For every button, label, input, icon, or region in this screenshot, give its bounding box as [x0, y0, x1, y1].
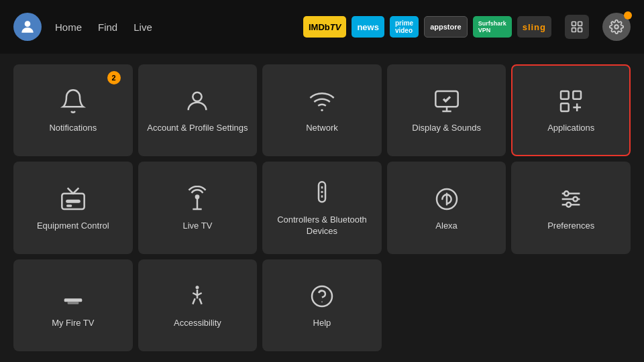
- help-icon: [307, 282, 337, 311]
- live-tv-label: Live TV: [182, 221, 212, 232]
- svg-rect-10: [574, 91, 582, 99]
- svg-rect-3: [572, 28, 576, 32]
- remote-icon: [307, 178, 337, 208]
- top-nav: Home Find Live IMDb TV news primevideo a…: [0, 0, 644, 54]
- appstore-logo[interactable]: appstore: [424, 16, 467, 38]
- grid-item-applications[interactable]: Applications: [511, 64, 631, 156]
- prime-logo[interactable]: primevideo: [390, 16, 419, 38]
- svg-point-36: [321, 301, 323, 302]
- notification-badge: 2: [107, 71, 121, 84]
- svg-point-17: [195, 194, 200, 199]
- svg-rect-9: [561, 91, 569, 99]
- imdb-logo[interactable]: IMDb TV: [303, 16, 346, 38]
- surfshark-logo[interactable]: SurfsharkVPN: [473, 16, 512, 38]
- firetv-icon: [58, 282, 88, 311]
- svg-point-28: [564, 191, 569, 196]
- settings-gear-button[interactable]: [602, 13, 631, 41]
- help-label: Help: [313, 318, 331, 329]
- service-logos: IMDb TV news primevideo appstore Surfsha…: [303, 16, 551, 38]
- settings-grid: 2 Notifications Account & Profile Settin…: [0, 54, 644, 362]
- wifi-icon: [307, 86, 337, 116]
- alexa-label: Alexa: [435, 221, 458, 232]
- antenna-icon: [182, 184, 212, 214]
- svg-point-7: [321, 109, 323, 111]
- avatar[interactable]: [13, 13, 42, 41]
- equipment-control-label: Equipment Control: [37, 221, 109, 232]
- svg-rect-1: [572, 22, 576, 26]
- grid-item-my-fire-tv[interactable]: My Fire TV: [13, 259, 133, 351]
- svg-point-35: [312, 286, 332, 306]
- grid-item-network[interactable]: Network: [262, 64, 382, 156]
- svg-rect-31: [64, 298, 82, 302]
- svg-point-6: [193, 93, 202, 101]
- tv-icon: [58, 184, 88, 214]
- svg-rect-11: [561, 104, 569, 112]
- svg-point-5: [614, 25, 619, 29]
- grid-item-controllers-bluetooth[interactable]: Controllers & Bluetooth Devices: [262, 162, 382, 253]
- grid-item-preferences[interactable]: Preferences: [511, 162, 631, 253]
- display-sounds-label: Display & Sounds: [412, 123, 481, 134]
- monitor-icon: [432, 86, 462, 116]
- grid-item-alexa[interactable]: Alexa: [387, 162, 506, 253]
- nav-links: Home Find Live: [55, 21, 152, 33]
- svg-point-33: [196, 286, 199, 289]
- user-icon: [182, 86, 212, 116]
- svg-rect-2: [578, 22, 582, 26]
- svg-point-22: [321, 191, 323, 193]
- svg-rect-32: [67, 302, 78, 304]
- sliders-icon: [556, 184, 586, 214]
- svg-point-0: [25, 21, 31, 27]
- network-label: Network: [306, 123, 338, 134]
- grid-item-accessibility[interactable]: Accessibility: [138, 259, 258, 351]
- grid-item-live-tv[interactable]: Live TV: [138, 162, 258, 253]
- grid-item-notifications[interactable]: 2 Notifications: [13, 64, 133, 156]
- sling-logo[interactable]: sling: [517, 16, 551, 38]
- nav-live[interactable]: Live: [133, 21, 152, 33]
- bell-icon: [58, 86, 88, 116]
- grid-item-help[interactable]: Help: [262, 259, 382, 351]
- svg-point-29: [574, 196, 578, 201]
- controllers-bluetooth-label: Controllers & Bluetooth Devices: [262, 215, 382, 237]
- my-fire-tv-label: My Fire TV: [52, 318, 94, 329]
- apps-grid-button[interactable]: [565, 15, 589, 39]
- preferences-label: Preferences: [547, 221, 594, 232]
- svg-rect-4: [578, 28, 582, 32]
- grid-plus-icon: [556, 86, 586, 116]
- accessibility-label: Accessibility: [174, 318, 221, 329]
- nav-find[interactable]: Find: [98, 21, 117, 33]
- accessibility-icon: [182, 282, 212, 311]
- grid-item-equipment-control[interactable]: Equipment Control: [13, 162, 133, 253]
- grid-item-display-sounds[interactable]: Display & Sounds: [387, 64, 506, 156]
- gear-dot-badge: [624, 11, 632, 19]
- account-label: Account & Profile Settings: [147, 123, 248, 134]
- news-logo[interactable]: news: [352, 16, 384, 38]
- notifications-label: Notifications: [49, 123, 97, 134]
- grid-item-account[interactable]: Account & Profile Settings: [138, 64, 258, 156]
- applications-label: Applications: [547, 123, 594, 134]
- svg-point-30: [567, 202, 572, 207]
- alexa-icon: [432, 184, 462, 214]
- nav-home[interactable]: Home: [55, 21, 82, 33]
